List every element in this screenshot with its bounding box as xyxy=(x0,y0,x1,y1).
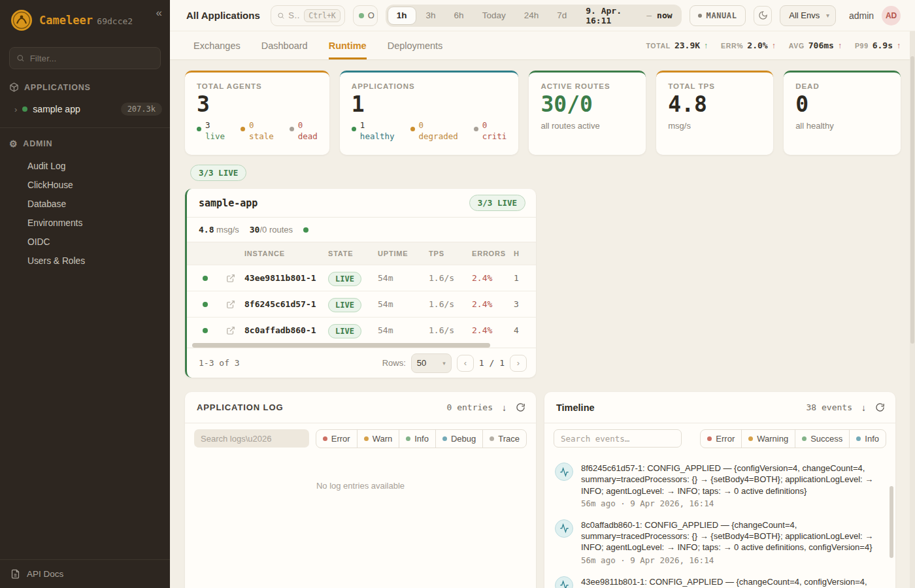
time-range-display[interactable]: 9. Apr. 16:11 — now xyxy=(586,6,672,25)
log-filter-row: Search logs\u2026 ErrorWarnInfoDebugTrac… xyxy=(185,423,536,453)
timeline-filter-success[interactable]: Success xyxy=(795,429,850,448)
stat-label: TOTAL xyxy=(646,42,671,50)
sidebar-item-sample-app[interactable]: › sample app 207.3k xyxy=(0,97,170,121)
row-open-link[interactable] xyxy=(217,300,244,309)
table-h-scrollbar-thumb[interactable] xyxy=(192,343,490,348)
online-label: O xyxy=(368,10,374,20)
range-end: now xyxy=(657,10,672,20)
sidebar-item-oidc[interactable]: OIDC xyxy=(0,233,170,252)
timeline-title: Timeline xyxy=(556,402,595,413)
timeline-event[interactable]: 8f6245c61d57-1: CONFIG_APPLIED — {config… xyxy=(555,463,884,508)
chip-label: Error xyxy=(716,434,735,444)
time-range-24h[interactable]: 24h xyxy=(516,7,548,25)
timeline-scrollbar-thumb[interactable] xyxy=(890,486,893,558)
rows-per-page-select[interactable]: 50 ▾ xyxy=(411,353,452,373)
card-label: TOTAL AGENTS xyxy=(197,82,318,90)
log-filter-debug[interactable]: Debug xyxy=(435,429,483,448)
routes-rest: /0 routes xyxy=(259,225,293,235)
log-search-input[interactable]: Search logs\u2026 xyxy=(194,429,309,448)
timeline-filter-error[interactable]: Error xyxy=(700,429,742,448)
online-status-chip[interactable]: O xyxy=(353,5,378,26)
event-body: 8c0affadb860-1: CONFIG_APPLIED — {change… xyxy=(581,519,884,565)
username-label: admin xyxy=(849,10,874,21)
table-row[interactable]: 8f6245c61d57-1LIVE54m1.6/s2.4%3 xyxy=(187,291,536,317)
app-item-count-badge: 207.3k xyxy=(121,103,162,116)
package-icon xyxy=(9,82,19,92)
global-search[interactable]: S… Ctrl+K xyxy=(271,5,345,26)
stat-value: 2.0% xyxy=(747,41,767,50)
avatar[interactable]: AD xyxy=(882,6,901,25)
app-item-label: sample app xyxy=(33,104,115,114)
env-select-value: All Envs xyxy=(786,10,822,20)
time-range-1h[interactable]: 1h xyxy=(388,7,416,25)
chip-label: Error xyxy=(331,434,350,444)
manual-mode-button[interactable]: MANUAL xyxy=(690,5,746,26)
time-range-today[interactable]: Today xyxy=(474,7,514,25)
sidebar-filter[interactable] xyxy=(9,47,161,69)
sidebar-item-clickhouse[interactable]: ClickHouse xyxy=(0,176,170,195)
sidebar-item-users-roles[interactable]: Users & Roles xyxy=(0,252,170,270)
table-row[interactable]: 43ee9811b801-1LIVE54m1.6/s2.4%1 xyxy=(187,265,536,291)
sidebar-filter-input[interactable] xyxy=(30,54,154,63)
status-dot xyxy=(474,127,478,131)
log-filter-warn[interactable]: Warn xyxy=(357,429,400,448)
dark-mode-toggle[interactable] xyxy=(754,6,773,25)
expand-chevron-icon[interactable]: › xyxy=(14,105,17,114)
timeline-event[interactable]: 43ee9811b801-1: CONFIG_APPLIED — {change… xyxy=(555,576,884,588)
sidebar-item-audit-log[interactable]: Audit Log xyxy=(0,157,170,176)
refresh-icon xyxy=(875,402,885,412)
tab-deployments[interactable]: Deployments xyxy=(388,31,443,59)
time-range-3h[interactable]: 3h xyxy=(418,7,444,25)
stat-value: 23.9K xyxy=(674,41,700,50)
status-dot xyxy=(203,302,208,307)
event-message: 8f6245c61d57-1: CONFIG_APPLIED — {config… xyxy=(581,463,884,497)
download-button[interactable]: ↓ xyxy=(502,402,507,413)
time-range-6h[interactable]: 6h xyxy=(446,7,473,25)
sidebar-collapse-icon[interactable]: « xyxy=(156,7,162,20)
application-card-header: sample-app 3/3 LIVE xyxy=(187,189,536,218)
level-dot xyxy=(802,436,807,441)
prev-page-button[interactable]: ‹ xyxy=(457,355,474,372)
tps-metric: 4.8 msg/s xyxy=(199,225,239,235)
timeline-search-input[interactable]: Search events… xyxy=(554,429,682,448)
table-row[interactable]: 8c0affadb860-1LIVE54m1.6/s2.4%4 xyxy=(187,317,536,343)
app-title: Cameleer 69dcce2 xyxy=(39,14,133,27)
next-page-button[interactable]: › xyxy=(510,355,527,372)
routes-value: 30 xyxy=(250,225,260,235)
breakdown-label: degraded xyxy=(419,131,458,142)
sidebar-item-api-docs[interactable]: API Docs xyxy=(0,559,170,588)
sidebar-item-environments[interactable]: Environments xyxy=(0,214,170,233)
download-button[interactable]: ↓ xyxy=(861,402,866,413)
topbar: All Applications S… Ctrl+K O 1h3h6hToday… xyxy=(170,0,915,31)
card-value: 1 xyxy=(352,93,507,116)
live-summary-badge: 3/3 LIVE xyxy=(190,165,246,181)
main-area: All Applications S… Ctrl+K O 1h3h6hToday… xyxy=(170,0,915,588)
timeline-event[interactable]: 8c0affadb860-1: CONFIG_APPLIED — {change… xyxy=(555,519,884,565)
log-filter-info[interactable]: Info xyxy=(399,429,436,448)
tab-exchanges[interactable]: Exchanges xyxy=(193,31,241,59)
refresh-button[interactable] xyxy=(516,402,525,412)
sidebar: Cameleer 69dcce2 « APPLICATIONS › sample… xyxy=(0,0,170,588)
page-scrollbar-thumb[interactable] xyxy=(910,56,914,344)
instance-state: LIVE xyxy=(328,299,378,310)
time-range-7d[interactable]: 7d xyxy=(548,7,575,25)
tab-runtime[interactable]: Runtime xyxy=(329,31,367,59)
refresh-button[interactable] xyxy=(875,402,885,412)
range-start: 9. Apr. 16:11 xyxy=(586,6,641,25)
timeline-header: Timeline 38 events ↓ xyxy=(544,392,895,423)
row-open-link[interactable] xyxy=(217,326,244,335)
env-select[interactable]: All Envs ▾ xyxy=(780,5,835,26)
timeline-filter-info[interactable]: Info xyxy=(849,429,886,448)
instance-uptime: 54m xyxy=(378,325,429,335)
tab-dashboard[interactable]: Dashboard xyxy=(261,31,308,59)
instance-h: 3 xyxy=(514,299,536,309)
col-state: STATE xyxy=(328,250,378,257)
log-filter-trace[interactable]: Trace xyxy=(482,429,527,448)
header-stat-avg: AVG706ms↑ xyxy=(789,41,842,50)
header-stat-err: ERR%2.0%↑ xyxy=(721,41,776,50)
log-filter-error[interactable]: Error xyxy=(316,429,358,448)
application-log-panel: APPLICATION LOG 0 entries ↓ Search logs\… xyxy=(185,392,536,588)
sidebar-item-database[interactable]: Database xyxy=(0,195,170,214)
timeline-filter-warning[interactable]: Warning xyxy=(741,429,795,448)
row-open-link[interactable] xyxy=(217,274,244,283)
